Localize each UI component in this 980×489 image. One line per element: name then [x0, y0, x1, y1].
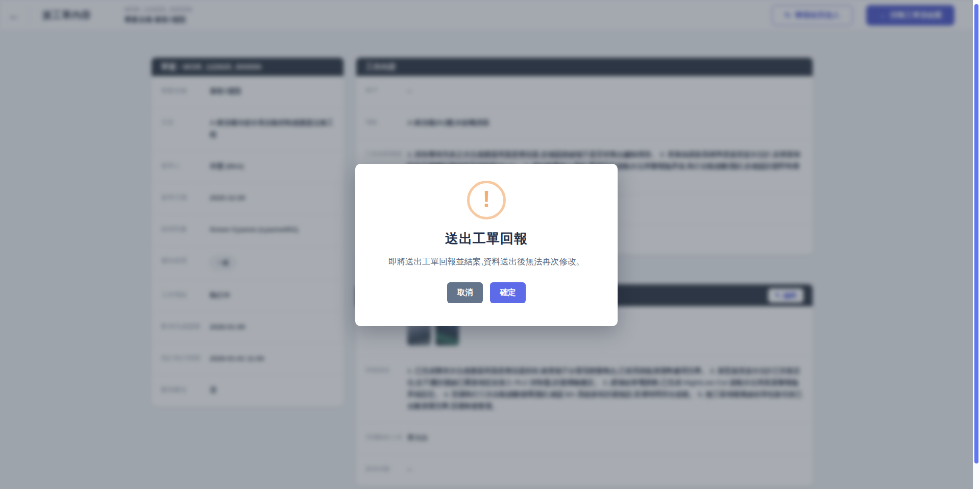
scrollbar-thumb[interactable] — [974, 4, 978, 463]
confirm-button[interactable]: 確定 — [490, 282, 526, 303]
dialog-title: 送出工單回報 — [355, 230, 618, 248]
warning-exclamation-icon: ! — [467, 181, 506, 219]
scrollbar-track — [973, 0, 980, 489]
dialog-actions: 取消 確定 — [355, 282, 618, 303]
dialog-message: 即將送出工單回報並結案,資料送出後無法再次修改。 — [355, 256, 618, 267]
cancel-button[interactable]: 取消 — [447, 282, 483, 303]
submit-report-dialog: ! 送出工單回報 即將送出工單回報並結案,資料送出後無法再次修改。 取消 確定 — [355, 164, 618, 326]
exclamation-glyph: ! — [483, 188, 491, 210]
